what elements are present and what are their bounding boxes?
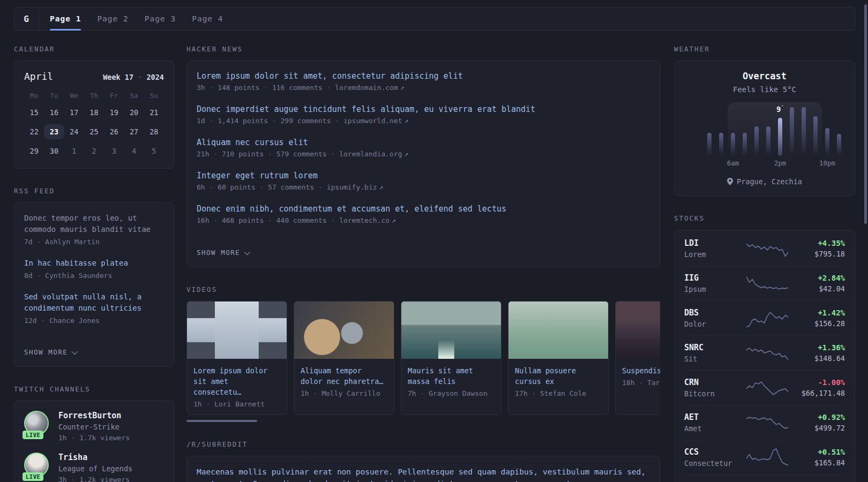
live-badge: LIVE <box>23 472 43 481</box>
location-pin-icon <box>727 178 733 185</box>
calendar-day: 27 <box>124 124 144 139</box>
hackernews-item-title[interactable]: Aliquam nec cursus elit <box>197 138 308 147</box>
hackernews-item-title[interactable]: Integer eget rutrum lorem <box>197 171 318 180</box>
separator-dot: · <box>205 117 218 125</box>
weather-current-temp: 9° <box>776 104 784 114</box>
twitch-channel-row[interactable]: LIVEForrestBurtonCounter-Strike1h · 1.7k… <box>24 411 164 442</box>
calendar-weekday: Fr <box>104 91 124 101</box>
twitch-channel-row[interactable]: LIVETrishaLeague of Legends3h · 1.2k vie… <box>24 453 164 482</box>
video-title[interactable]: Mauris sit amet massa felis <box>408 365 495 387</box>
reddit-post-title[interactable]: Maecenas mollis pulvinar erat non posuer… <box>197 466 650 482</box>
app-logo[interactable]: G <box>14 7 39 30</box>
stock-name: Dolor <box>684 320 741 328</box>
stock-row[interactable]: DBSDolor+1.42%$156.28 <box>684 300 845 335</box>
stock-symbol[interactable]: CCS <box>684 447 741 457</box>
videos-scrollbar-track <box>186 420 660 422</box>
weather-bar <box>719 133 723 156</box>
reddit-widget: /R/SUBREDDIT Maecenas mollis pulvinar er… <box>186 440 660 482</box>
nav-tab-page-2[interactable]: Page 2 <box>89 7 136 30</box>
nav-tab-page-3[interactable]: Page 3 <box>137 7 184 30</box>
item-domain-link[interactable]: loremtech.co <box>339 216 390 224</box>
stock-symbol[interactable]: CRN <box>684 378 741 387</box>
item-meta-part: 1h <box>301 389 309 397</box>
item-meta: 1d · 1,414 points · 299 comments · ipsum… <box>197 117 650 125</box>
stock-row[interactable]: AETAmet+0.92%$499.72 <box>684 405 845 440</box>
hackernews-item-title[interactable]: Lorem ipsum dolor sit amet, consectetur … <box>197 71 463 81</box>
item-meta-part: 7d <box>24 238 33 246</box>
stock-symbol[interactable]: DBS <box>684 308 741 318</box>
rss-item-title[interactable]: In hac habitasse platea <box>24 258 164 269</box>
videos-scrollbar-thumb[interactable] <box>186 420 257 422</box>
page-scrollbar[interactable] <box>864 4 867 224</box>
stock-price: $795.18 <box>794 250 845 258</box>
nav-tab-page-1[interactable]: Page 1 <box>42 7 89 30</box>
channel-category: League of Legends <box>58 464 132 473</box>
rss-item-title[interactable]: Donec tempor eros leo, ut commodo mauris… <box>24 213 164 235</box>
item-meta-part: 57 comments <box>268 183 314 191</box>
stock-symbol[interactable]: IIG <box>684 273 741 283</box>
video-card[interactable]: Suspendisse diam18h · Tara <box>615 301 660 415</box>
stock-row[interactable]: SNRCSit+1.36%$148.64 <box>684 335 845 370</box>
stock-row[interactable]: AHS+0.46% <box>684 475 845 482</box>
video-card[interactable]: Nullam posuere cursus ex17h · Stefan Col… <box>508 301 609 415</box>
stock-row[interactable]: CRNBitcorn-1.00%$66,171.48 <box>684 370 845 405</box>
calendar-day: 5 <box>144 144 164 159</box>
chevron-down-icon <box>244 248 250 254</box>
external-link-icon: ↗ <box>405 117 409 125</box>
right-column: WEATHER Overcast Feels like 5°C 9° 6am2p… <box>674 45 855 482</box>
item-meta-part: 18h <box>622 379 634 387</box>
stock-symbol[interactable]: AET <box>684 412 741 422</box>
video-card[interactable]: Aliquam tempor dolor nec pharetra…1h · M… <box>294 301 394 415</box>
channel-name[interactable]: Trisha <box>58 453 132 462</box>
item-meta-part: 3h <box>197 84 205 92</box>
stock-row[interactable]: IIGIpsum+2.84%$42.04 <box>684 266 845 300</box>
video-card-body: Lorem ipsum dolor sit amet consectetu…1h… <box>187 359 287 415</box>
hackernews-item-title[interactable]: Donec enim nibh, condimentum et accumsan… <box>197 204 506 214</box>
item-domain-link[interactable]: ipsumify.biz <box>327 183 377 191</box>
rss-item: In hac habitasse platea8d · Cynthia Saun… <box>24 258 164 280</box>
video-thumbnail[interactable] <box>294 302 394 359</box>
separator-dot: · <box>309 389 321 397</box>
stock-right: -1.00%$66,171.48 <box>794 378 845 397</box>
show-more-button[interactable]: SHOW MORE <box>197 248 249 257</box>
stock-sparkline <box>746 413 788 432</box>
calendar-weekday: We <box>64 91 84 101</box>
rss-item-title[interactable]: Sed volutpat nulla nisl, a condimentum n… <box>24 291 164 314</box>
stock-row[interactable]: LDILorem+4.35%$795.18 <box>684 231 845 266</box>
video-thumbnail[interactable] <box>401 302 501 359</box>
item-meta: 1h · Lori Barnett <box>193 400 280 408</box>
hackernews-item-title[interactable]: Donec imperdiet augue tincidunt felis al… <box>197 104 535 114</box>
item-domain-link[interactable]: ipsumworld.net <box>343 117 402 125</box>
stock-symbol[interactable]: SNRC <box>684 343 741 352</box>
video-title[interactable]: Lorem ipsum dolor sit amet consectetu… <box>193 365 280 397</box>
item-meta-part: 299 comments <box>281 117 331 125</box>
stock-row[interactable]: CCSConsectetur+0.51%$165.84 <box>684 440 845 475</box>
video-title[interactable]: Nullam posuere cursus ex <box>515 365 602 387</box>
calendar-day: 16 <box>44 105 64 120</box>
nav-tab-page-4[interactable]: Page 4 <box>184 7 231 30</box>
item-meta-part: 3h <box>58 476 67 482</box>
item-meta-part: 1.2k viewers <box>79 476 130 482</box>
item-domain-link[interactable]: loremlandia.org <box>339 150 402 158</box>
stock-symbol[interactable]: LDI <box>684 238 741 248</box>
calendar-day: 26 <box>104 124 124 139</box>
stock-sparkline <box>746 448 788 467</box>
weather-location-row[interactable]: Prague, Czechia <box>684 177 845 186</box>
video-thumbnail[interactable] <box>187 302 287 359</box>
show-more-button[interactable]: SHOW MORE <box>24 348 76 356</box>
channel-name[interactable]: ForrestBurton <box>58 411 130 420</box>
video-title[interactable]: Aliquam tempor dolor nec pharetra… <box>301 365 387 387</box>
item-meta: 1h · 1.7k viewers <box>58 434 130 442</box>
item-domain-link[interactable]: loremdomain.com <box>335 84 398 92</box>
avatar-wrap: LIVE <box>24 411 49 435</box>
separator-dot: · <box>264 216 276 224</box>
item-meta-part: 17h <box>515 389 527 397</box>
stock-name: Bitcorn <box>684 389 741 398</box>
video-thumbnail[interactable] <box>616 302 660 359</box>
video-card[interactable]: Lorem ipsum dolor sit amet consectetu…1h… <box>186 301 287 415</box>
video-card[interactable]: Mauris sit amet massa felis7h · Grayson … <box>401 301 502 415</box>
video-thumbnail[interactable] <box>508 302 608 359</box>
item-meta-part: 148 points <box>218 84 259 92</box>
item-meta-part: Grayson Dawson <box>429 389 488 397</box>
video-title[interactable]: Suspendisse diam <box>622 365 660 376</box>
